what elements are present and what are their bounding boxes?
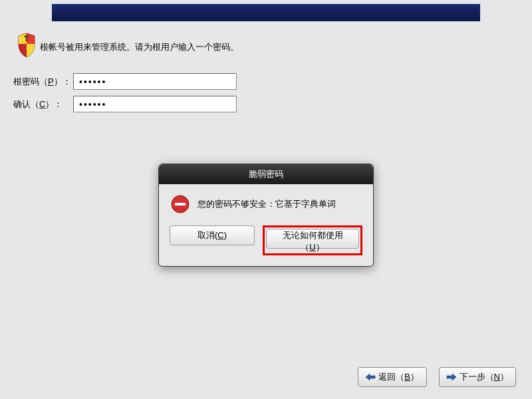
cancel-button[interactable]: 取消(C) xyxy=(170,225,255,245)
arrow-left-icon xyxy=(365,373,376,381)
password-row: 根密码（P）： xyxy=(13,73,237,90)
dialog-buttons: 取消(C) 无论如何都使用（U） xyxy=(159,220,373,266)
next-button[interactable]: 下一步（N） xyxy=(439,367,516,387)
confirm-label: 确认（C）： xyxy=(13,98,73,110)
dialog-body: 您的密码不够安全：它基于字典单词 xyxy=(159,184,373,220)
instruction-text: 根帐号被用来管理系统。请为根用户输入一个密码。 xyxy=(40,41,239,53)
header-bar xyxy=(52,4,480,21)
use-anyway-button[interactable]: 无论如何都使用（U） xyxy=(266,229,359,249)
arrow-right-icon xyxy=(446,373,457,381)
shield-icon xyxy=(16,32,37,59)
back-button[interactable]: 返回（B） xyxy=(358,367,427,387)
bottom-nav: 返回（B） 下一步（N） xyxy=(358,367,516,387)
confirm-input[interactable] xyxy=(73,96,237,112)
password-input[interactable] xyxy=(73,73,237,90)
dialog-title: 脆弱密码 xyxy=(159,164,373,184)
confirm-row: 确认（C）： xyxy=(13,96,237,112)
error-icon xyxy=(171,195,190,213)
weak-password-dialog: 脆弱密码 您的密码不够安全：它基于字典单词 取消(C) 无论如何都使用（U） xyxy=(158,164,374,267)
svg-rect-3 xyxy=(175,203,186,205)
password-label: 根密码（P）： xyxy=(13,76,73,88)
use-anyway-highlight: 无论如何都使用（U） xyxy=(263,225,362,255)
dialog-message: 您的密码不够安全：它基于字典单词 xyxy=(198,198,336,210)
svg-rect-1 xyxy=(26,35,28,41)
